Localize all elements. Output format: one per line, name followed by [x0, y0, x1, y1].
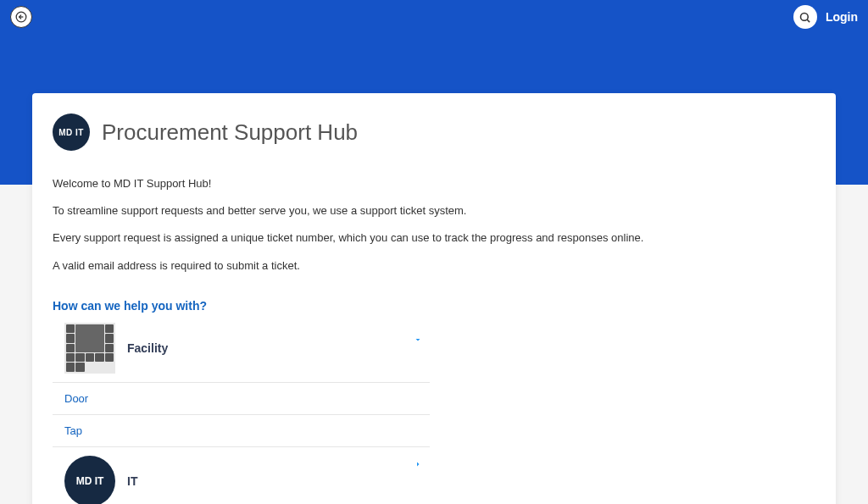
subcategory-label: Tap: [64, 424, 82, 437]
help-section: How can we help you with? Facility Door …: [53, 299, 430, 504]
svg-point-2: [801, 13, 809, 20]
it-logo-icon: MD IT: [64, 456, 115, 504]
category-label: IT: [127, 474, 137, 488]
category-it[interactable]: MD IT IT: [53, 447, 430, 504]
main-card: MD IT Procurement Support Hub Welcome to…: [32, 93, 836, 504]
subcategory-door[interactable]: Door: [53, 383, 430, 415]
intro-line-2: To streamline support requests and bette…: [53, 203, 815, 219]
search-icon: [798, 11, 811, 24]
back-button[interactable]: [10, 6, 32, 28]
category-facility[interactable]: Facility: [53, 323, 430, 383]
intro-line-3: Every support request is assigned a uniq…: [53, 230, 815, 246]
search-button[interactable]: [793, 5, 817, 29]
right-nav: Login: [793, 5, 858, 29]
help-heading: How can we help you with?: [53, 299, 430, 313]
intro-line-4: A valid email address is required to sub…: [53, 258, 815, 274]
category-label: Facility: [127, 341, 168, 355]
subcategory-label: Door: [64, 392, 88, 405]
logo: MD IT: [53, 114, 90, 151]
top-nav: Login: [0, 0, 868, 34]
subcategory-tap[interactable]: Tap: [53, 415, 430, 447]
facility-icon: [64, 323, 115, 374]
intro-text: Welcome to MD IT Support Hub! To streaml…: [53, 176, 815, 274]
page-title: Procurement Support Hub: [102, 119, 358, 146]
intro-line-1: Welcome to MD IT Support Hub!: [53, 176, 815, 191]
arrow-left-circle-icon: [15, 11, 27, 23]
chevron-down-icon: [413, 333, 423, 348]
card-header: MD IT Procurement Support Hub: [53, 114, 815, 151]
login-link[interactable]: Login: [826, 10, 858, 24]
svg-line-3: [807, 19, 810, 22]
chevron-right-icon: [413, 457, 423, 473]
